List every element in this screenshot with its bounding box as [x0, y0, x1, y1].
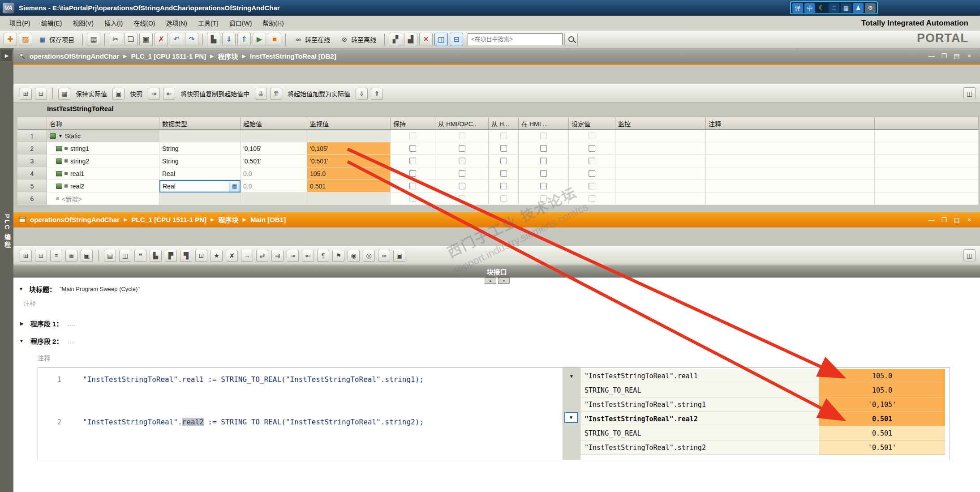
column-header-monitor-value[interactable]: 监视值 — [307, 117, 391, 130]
delete-row-icon[interactable]: ⊟ — [35, 250, 47, 262]
delete-call-icon[interactable]: ✘ — [226, 250, 238, 262]
from-hmi-checkbox[interactable] — [500, 133, 507, 139]
keep-actual-values-button[interactable]: 保持实际值 — [73, 88, 109, 99]
from-hmi-checkbox[interactable] — [500, 183, 507, 189]
copy-start-to-snapshot-icon[interactable]: ⇤ — [163, 88, 175, 100]
open-project-icon[interactable]: ▨ — [19, 33, 32, 46]
setpoint-checkbox[interactable] — [589, 195, 595, 202]
column-header-setpoint[interactable]: 设定值 — [569, 117, 615, 130]
in-hmi-checkbox[interactable] — [540, 183, 547, 189]
outdent-icon[interactable]: ⇤ — [302, 250, 314, 262]
accessible-devices-icon[interactable]: ▟ — [404, 33, 417, 46]
pane-menu-button[interactable]: ▤ — [951, 215, 962, 225]
float-pane-button[interactable]: ❐ — [939, 215, 950, 225]
start-cpu-icon[interactable]: ▶ — [253, 33, 266, 46]
setpoint-checkbox[interactable] — [589, 183, 595, 189]
retain-checkbox[interactable] — [409, 158, 416, 164]
menu-item-help[interactable]: 帮助(H) — [258, 17, 288, 29]
split-editor-vertical-icon[interactable]: ◫ — [434, 33, 448, 46]
retain-checkbox[interactable] — [409, 145, 416, 152]
upload-icon[interactable]: ⇑ — [237, 33, 251, 46]
in-hmi-checkbox[interactable] — [540, 170, 547, 177]
comment-cell[interactable] — [706, 167, 875, 180]
breadcrumb-main-ob1[interactable]: Main [OB1] — [250, 216, 286, 223]
search-icon[interactable] — [564, 33, 578, 46]
comment-cell[interactable] — [706, 130, 875, 142]
var-name-cell[interactable]: ▼ Static — [47, 130, 159, 142]
retain-checkbox[interactable] — [409, 195, 416, 202]
menu-item-tools[interactable]: 工具(T) — [193, 17, 224, 29]
hmi-opc-checkbox[interactable] — [459, 195, 465, 202]
comments-toggle-icon[interactable]: ❝ — [134, 250, 146, 262]
menu-item-edit[interactable]: 编辑(E) — [36, 17, 67, 29]
update-calls-icon[interactable]: ⇉ — [271, 250, 284, 262]
split-view-icon[interactable]: ◫ — [119, 250, 131, 262]
find-replace-icon[interactable]: ◎ — [363, 250, 375, 262]
absolute-operands-icon[interactable]: ▙ — [150, 250, 162, 262]
menu-item-options[interactable]: 选项(N) — [161, 17, 192, 29]
cross-reference-icon[interactable]: ✕ — [419, 33, 433, 46]
expand-members-icon[interactable]: ⊞ — [20, 88, 32, 100]
keyboard-icon[interactable]: ▦ — [841, 3, 851, 13]
block-comment-placeholder[interactable]: 注释 — [23, 299, 36, 308]
go-to-icon[interactable]: → — [241, 250, 253, 262]
ime-options-icon[interactable]: ⁚⁚ — [829, 3, 839, 13]
undo-icon[interactable]: ↶ — [170, 33, 183, 46]
symbolic-operands-icon[interactable]: ▛ — [165, 250, 177, 262]
hmi-opc-checkbox[interactable] — [459, 145, 465, 152]
setpoint-checkbox[interactable] — [589, 170, 595, 177]
breadcrumb-plc[interactable]: PLC_1 [CPU 1511-1 PN] — [131, 216, 206, 223]
comment-cell[interactable] — [706, 193, 875, 205]
var-name-cell[interactable]: string2 — [47, 155, 159, 167]
breadcrumb-project[interactable]: operationsOfStringAndChar — [30, 216, 120, 223]
var-start-cell[interactable]: '0,105' — [241, 142, 307, 155]
column-header-in-hmi[interactable]: 在 HMI ... — [519, 117, 569, 130]
in-hmi-checkbox[interactable] — [540, 158, 547, 164]
var-name-cell[interactable]: real1 — [47, 167, 159, 180]
scl-editor-titlebar[interactable]: operationsOfStringAndChar ▶ PLC_1 [CPU 1… — [13, 212, 980, 227]
tools-icon[interactable]: ⚙ — [865, 3, 876, 13]
breadcrumb-project[interactable]: operationsOfStringAndChar — [30, 52, 119, 60]
var-start-cell[interactable]: 0.0 — [241, 167, 307, 180]
menu-item-project[interactable]: 项目(P) — [4, 17, 35, 29]
empty-box-icon[interactable]: ⊡ — [195, 250, 207, 262]
datatype-combo[interactable]: Real ▦ — [159, 180, 241, 193]
column-header-datatype[interactable]: 数据类型 — [159, 117, 241, 130]
collapse-networks-icon[interactable]: ≣ — [65, 250, 77, 262]
copy-snapshot-to-start-icon[interactable]: ⇥ — [148, 88, 160, 100]
new-project-icon[interactable]: ✚ — [4, 33, 17, 46]
collapse-members-icon[interactable]: ⊟ — [35, 88, 47, 100]
block-interface-bar[interactable]: 块接口 — [13, 265, 980, 278]
stop-cpu-icon[interactable]: ■ — [268, 33, 281, 46]
redo-icon[interactable]: ↷ — [185, 33, 198, 46]
go-online-button[interactable]: ∞ 转至在线 — [290, 33, 334, 46]
expand-networks-icon[interactable]: ≡ — [50, 250, 62, 262]
hmi-opc-checkbox[interactable] — [459, 170, 465, 177]
favorites-icon[interactable]: ★ — [211, 250, 223, 262]
breadcrumb-program-blocks[interactable]: 程序块 — [218, 51, 238, 61]
user-icon[interactable]: ♟ — [853, 3, 864, 13]
var-name-cell[interactable]: string1 — [47, 142, 159, 155]
menu-item-view[interactable]: 视图(V) — [68, 17, 99, 29]
paste-icon[interactable]: ▣ — [139, 33, 153, 46]
db-editor-titlebar[interactable]: operationsOfStringAndChar ▶ PLC_1 [CPU 1… — [13, 48, 980, 64]
copy-selected-values-icon[interactable]: ⇈ — [270, 88, 282, 100]
column-header-comment[interactable]: 注释 — [706, 117, 875, 130]
indent-icon[interactable]: ⇥ — [287, 250, 299, 262]
column-header-retain[interactable]: 保持 — [391, 117, 435, 130]
code-line-1[interactable]: "InstTestStringToReal".real1 := STRING_T… — [83, 375, 424, 384]
from-hmi-checkbox[interactable] — [500, 158, 507, 164]
sidebar-expand-button[interactable]: ▶ — [1, 50, 13, 61]
setpoint-checkbox[interactable] — [589, 158, 595, 164]
print-icon[interactable]: ▤ — [87, 33, 100, 46]
moon-icon[interactable]: ☾ — [817, 3, 827, 13]
load-start-values-button[interactable]: 将起始值加载为实际值 — [285, 88, 352, 99]
breadcrumb-plc[interactable]: PLC_1 [CPU 1511-1 PN] — [131, 52, 206, 60]
snapshot-button[interactable]: 快照 — [128, 88, 145, 99]
menu-item-window[interactable]: 窗口(W) — [224, 17, 257, 29]
column-header-hmi-opc[interactable]: 从 HMI/OPC.. — [435, 117, 489, 130]
retain-checkbox[interactable] — [409, 170, 416, 177]
ime-language-icon[interactable]: 中 — [804, 3, 815, 13]
maximize-editor-icon[interactable]: ◫ — [963, 87, 976, 99]
minimize-pane-button[interactable]: — — [926, 51, 937, 61]
